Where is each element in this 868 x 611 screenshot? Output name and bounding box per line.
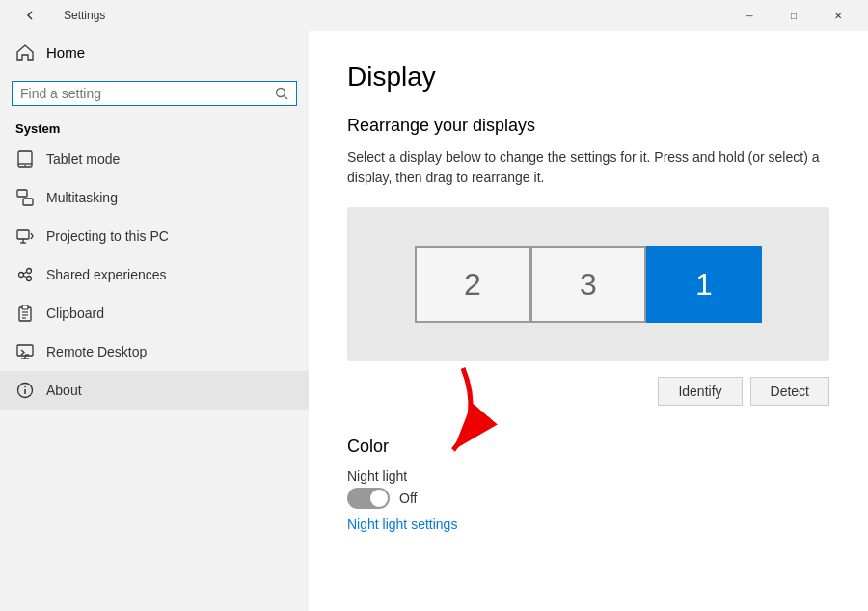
svg-line-13 — [23, 272, 27, 274]
rearrange-title: Rearrange your displays — [347, 116, 829, 136]
night-light-label: Night light — [347, 468, 829, 484]
sidebar-item-tablet-mode[interactable]: Tablet mode — [0, 140, 309, 178]
window-controls: ─ □ ✕ — [727, 0, 860, 31]
rearrange-desc: Select a display below to change the set… — [347, 147, 829, 188]
maximize-button[interactable]: □ — [772, 0, 816, 31]
tablet-mode-icon — [15, 149, 35, 169]
svg-point-10 — [19, 273, 24, 278]
search-input[interactable] — [20, 86, 275, 101]
sidebar-item-label: Projecting to this PC — [46, 228, 169, 244]
sidebar-item-label: About — [46, 383, 82, 398]
home-label: Home — [46, 44, 85, 61]
minimize-button[interactable]: ─ — [727, 0, 772, 31]
svg-point-0 — [277, 89, 285, 97]
svg-rect-7 — [17, 230, 29, 239]
close-button[interactable]: ✕ — [816, 0, 860, 31]
night-light-toggle-row: Off — [347, 488, 829, 509]
sidebar-section-title: System — [0, 114, 309, 140]
multitasking-icon — [15, 188, 35, 207]
svg-point-12 — [27, 277, 32, 281]
home-icon — [15, 42, 35, 62]
monitor-1[interactable]: 1 — [646, 246, 762, 323]
svg-point-26 — [24, 386, 26, 388]
monitor-group: 2 3 1 — [415, 246, 762, 323]
search-icon — [275, 87, 288, 100]
projecting-icon — [15, 226, 35, 246]
clipboard-icon — [15, 304, 35, 323]
sidebar-item-label: Tablet mode — [46, 151, 120, 167]
night-light-settings-link[interactable]: Night light settings — [347, 517, 457, 532]
monitor-3[interactable]: 3 — [530, 246, 646, 323]
sidebar-item-label: Shared experiences — [46, 267, 167, 282]
monitor-3-number: 3 — [580, 267, 597, 303]
svg-point-4 — [24, 165, 25, 166]
remote-desktop-icon — [15, 342, 35, 361]
svg-rect-5 — [17, 190, 27, 197]
page-title: Display — [347, 62, 829, 93]
svg-line-1 — [285, 96, 288, 100]
title-bar-left: Settings — [8, 0, 105, 31]
sidebar-item-label: Remote Desktop — [46, 344, 147, 359]
svg-rect-6 — [23, 199, 33, 205]
back-button[interactable] — [8, 0, 52, 31]
monitor-1-number: 1 — [695, 267, 713, 303]
display-arrangement-area: 2 3 1 — [347, 207, 829, 361]
app-body: Home System Tablet mode — [0, 31, 868, 611]
arrow-annotation — [405, 359, 521, 474]
sidebar-item-clipboard[interactable]: Clipboard — [0, 294, 309, 332]
sidebar-item-about[interactable]: About — [0, 371, 309, 410]
display-buttons: Identify Detect — [347, 377, 829, 406]
identify-button[interactable]: Identify — [658, 377, 742, 406]
color-title: Color — [347, 437, 829, 457]
content-area: Display Rearrange your displays Select a… — [309, 31, 868, 611]
title-bar: Settings ─ □ ✕ — [0, 0, 868, 31]
sidebar-item-label: Clipboard — [46, 306, 104, 321]
sidebar-item-shared-experiences[interactable]: Shared experiences — [0, 255, 309, 294]
sidebar-home[interactable]: Home — [0, 31, 309, 73]
sidebar: Home System Tablet mode — [0, 31, 309, 611]
sidebar-item-remote-desktop[interactable]: Remote Desktop — [0, 332, 309, 371]
detect-button[interactable]: Detect — [750, 377, 829, 406]
sidebar-item-label: Multitasking — [46, 190, 118, 205]
night-light-state: Off — [399, 491, 417, 506]
about-icon — [15, 381, 35, 400]
sidebar-item-multitasking[interactable]: Multitasking — [0, 178, 309, 217]
sidebar-item-projecting[interactable]: Projecting to this PC — [0, 217, 309, 255]
shared-experiences-icon — [15, 265, 35, 284]
svg-point-11 — [27, 269, 32, 274]
svg-line-14 — [23, 276, 27, 278]
search-box[interactable] — [12, 81, 297, 106]
svg-rect-16 — [22, 306, 28, 309]
night-light-toggle[interactable] — [347, 488, 390, 509]
monitor-2[interactable]: 2 — [415, 246, 530, 323]
window-title: Settings — [64, 9, 105, 22]
monitor-2-number: 2 — [464, 267, 481, 303]
